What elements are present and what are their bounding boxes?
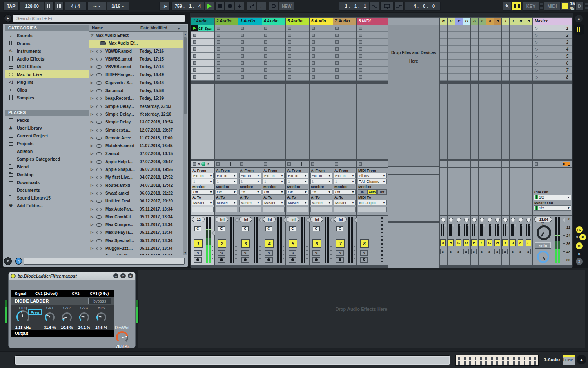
clip-stop-icon[interactable]: [264, 54, 267, 58]
sidebar-item-documents[interactable]: Documents: [5, 186, 89, 194]
midi-channel-select[interactable]: All Channe▼: [358, 179, 387, 184]
file-row[interactable]: ▷Max AutoPan...05.11.2017, 13:34: [89, 206, 183, 213]
track-stop-icon[interactable]: [287, 162, 291, 166]
scene[interactable]: ▷1: [533, 25, 572, 32]
clip-slot[interactable]: [262, 53, 285, 60]
return-fader[interactable]: [443, 224, 446, 227]
pan-display[interactable]: C: [194, 226, 201, 231]
cue-volume-knob[interactable]: [537, 251, 549, 263]
clip-slot[interactable]: [238, 32, 262, 39]
input-channel-select[interactable]: 1▼: [192, 179, 214, 184]
cv1-knob[interactable]: [45, 312, 55, 322]
clip[interactable]: 03_Spa: [191, 25, 214, 31]
show-crossfade-toggle[interactable]: X: [576, 258, 583, 265]
file-row[interactable]: ▷VBVSB.amxdToday, 17:14: [89, 63, 183, 71]
return-activator[interactable]: F: [479, 239, 485, 246]
session-drop-zone[interactable]: Drop Files and DevicesHere: [388, 25, 439, 166]
return-track-header[interactable]: R: [494, 18, 501, 25]
record-button[interactable]: [225, 2, 234, 11]
input-channel-select[interactable]: 1▼: [310, 179, 332, 184]
track-activator[interactable]: 2: [218, 239, 226, 248]
expand-icon[interactable]: ▷: [91, 254, 93, 255]
add-folder-button[interactable]: ⊕Add Folder...: [5, 202, 89, 209]
return-pan-knob[interactable]: [511, 218, 515, 222]
clip-stop-icon[interactable]: [193, 68, 196, 72]
monitor-auto-button[interactable]: Auto: [368, 189, 377, 195]
mixer-view-button[interactable]: [574, 24, 584, 35]
clip-stop-icon[interactable]: [312, 27, 315, 30]
volume-fader[interactable]: [281, 218, 286, 222]
pan-display[interactable]: C: [218, 226, 225, 231]
clip-stop-icon[interactable]: [241, 68, 244, 72]
file-row[interactable]: ▷Apple Help f...07.07.2018, 09:47: [89, 158, 183, 166]
expand-icon[interactable]: ▷: [91, 223, 93, 227]
clip-stop-icon[interactable]: [335, 75, 339, 79]
file-row[interactable]: ▷Mutahhh.amxd11.07.2018, 16:45: [89, 142, 183, 150]
clip-stop-icon[interactable]: [217, 54, 220, 58]
metronome-button[interactable]: ○●▼: [87, 2, 106, 11]
clip-stop-icon[interactable]: [241, 34, 244, 37]
scroll-down-icon[interactable]: ▼: [184, 251, 187, 254]
clip-stop-icon[interactable]: [312, 61, 315, 65]
return-solo-button[interactable]: S: [518, 249, 523, 254]
clip-slot[interactable]: [357, 53, 388, 60]
monitor-select[interactable]: Off▼: [287, 189, 308, 195]
expand-icon[interactable]: ▷: [91, 239, 93, 242]
clip-slot[interactable]: [333, 32, 356, 39]
monitor-select[interactable]: Off▼: [310, 189, 332, 195]
clip-slot[interactable]: [286, 39, 309, 46]
clip-stop-icon[interactable]: [312, 40, 315, 44]
expand-icon[interactable]: ▷: [91, 128, 93, 132]
expand-icon[interactable]: ▷: [91, 231, 93, 234]
cue-out-select[interactable]: 1/2▼: [534, 195, 571, 200]
clip-slot[interactable]: [286, 67, 309, 74]
volume-display[interactable]: -Inf: [263, 217, 276, 222]
solo-button[interactable]: S: [265, 250, 273, 256]
cv3-knob[interactable]: [79, 312, 89, 322]
input-type-select[interactable]: Ext. In▼: [216, 173, 237, 178]
return-pan-knob[interactable]: [519, 218, 523, 222]
clip-slot[interactable]: [191, 46, 214, 53]
return-solo-button[interactable]: S: [502, 249, 508, 254]
clip-stop-icon[interactable]: [312, 34, 315, 37]
file-row[interactable]: ▷VBWBS.amxdToday, 17:15: [89, 56, 183, 63]
return-track-header[interactable]: T: [502, 18, 509, 25]
sidebar-item-desktop[interactable]: Desktop: [5, 171, 89, 178]
track-stop-icon[interactable]: [264, 162, 267, 166]
scene[interactable]: ▷4: [533, 46, 572, 53]
file-row[interactable]: ▷Simple Delay...Yesterday, 12:10: [89, 111, 183, 119]
clip-stop-icon[interactable]: [217, 61, 220, 65]
track-header[interactable]: 3 Audio: [238, 18, 262, 25]
return-track-header[interactable]: D: [448, 18, 455, 25]
file-row[interactable]: ▷fffffFFFlange...Today, 16:49: [89, 71, 183, 79]
clip-slot[interactable]: [357, 25, 388, 32]
output-select[interactable]: Master▼: [216, 200, 237, 205]
track-stop-icon[interactable]: [311, 162, 314, 166]
preview-waveform-bar[interactable]: [24, 258, 185, 265]
clip-stop-icon[interactable]: [312, 68, 315, 72]
input-type-select[interactable]: Ext. In▼: [192, 173, 214, 178]
arm-button[interactable]: [218, 257, 225, 263]
clip-stop-icon[interactable]: [335, 47, 339, 51]
clip-slot[interactable]: [333, 25, 356, 32]
sidebar-item-samples-categorized[interactable]: Samples Categorized: [5, 155, 89, 163]
file-row[interactable]: ▷Sar.amxdToday, 15:58: [89, 87, 183, 95]
input-type-select[interactable]: Ext. In▼: [287, 173, 308, 178]
return-track-header[interactable]: R: [440, 18, 447, 25]
return-fader[interactable]: [466, 224, 469, 227]
return-fader[interactable]: [497, 224, 500, 227]
clip-stop-icon[interactable]: [312, 47, 315, 51]
time-signature-display[interactable]: 4 / 4: [65, 2, 87, 11]
clip-stop-icon[interactable]: [217, 34, 220, 37]
expand-icon[interactable]: ▷: [91, 49, 93, 53]
return-activator[interactable]: B: [448, 239, 454, 246]
return-track-header[interactable]: A: [486, 18, 494, 25]
midi-arrangement-overdub-button[interactable]: [247, 2, 256, 11]
clip-slot[interactable]: [333, 67, 356, 74]
clip-stop-icon[interactable]: [288, 75, 291, 79]
input-channel-select[interactable]: 1▼: [263, 179, 285, 184]
show-io-toggle[interactable]: I-O: [576, 226, 583, 233]
return-pan-knob[interactable]: [503, 218, 508, 222]
expand-icon[interactable]: ▷: [91, 73, 93, 76]
track-header[interactable]: 6 Audio: [310, 18, 333, 25]
